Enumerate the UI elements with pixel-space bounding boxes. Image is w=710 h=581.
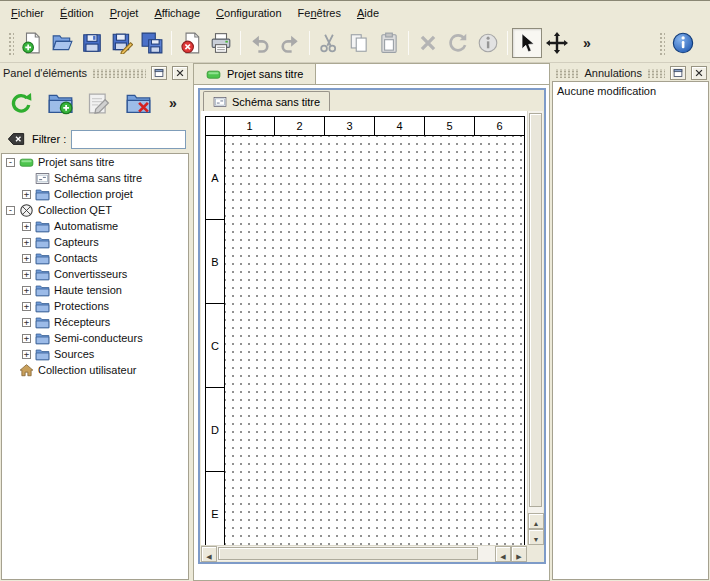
folder-icon — [35, 331, 50, 346]
tree-item-collection-qet[interactable]: -Collection QET — [2, 202, 188, 218]
expand-icon[interactable]: + — [22, 270, 31, 279]
save-all-button[interactable] — [137, 28, 167, 58]
expand-icon[interactable]: + — [22, 238, 31, 247]
schema-canvas[interactable]: 123456 ABCDE — [201, 111, 527, 545]
scroll-down-button[interactable]: ▼ — [528, 529, 544, 545]
toolbar-drag-handle[interactable] — [7, 31, 14, 55]
diagram-column-headers: 123456 — [225, 117, 524, 136]
tree-item-collection-projet[interactable]: +Collection projet — [2, 186, 188, 202]
elements-panel-title: Panel d'éléments — [3, 67, 87, 79]
rotate-selection-button[interactable] — [443, 28, 473, 58]
menu-fenetres[interactable]: Fenêtres — [290, 3, 349, 23]
pan-mode-button[interactable] — [542, 28, 572, 58]
menu-bar: FichierÉditionProjetAffichageConfigurati… — [0, 1, 710, 24]
tree-item-haute-tension[interactable]: +Haute tension — [2, 282, 188, 298]
menu-aide[interactable]: Aide — [349, 3, 387, 23]
collapse-icon[interactable]: - — [6, 206, 15, 215]
elements-panel-close-button[interactable] — [172, 66, 188, 80]
undo-list[interactable]: Aucune modification — [552, 81, 709, 580]
menu-configuration[interactable]: Configuration — [208, 3, 289, 23]
horizontal-scrollbar[interactable]: ◀ ◀ ▶ — [201, 545, 527, 561]
row-header: E — [206, 472, 225, 545]
elements-panel-float-button[interactable] — [151, 66, 167, 80]
tab-schema[interactable]: Schéma sans titre — [203, 91, 330, 111]
scroll-up-button[interactable]: ▲ — [528, 513, 544, 529]
tree-item-protections[interactable]: +Protections — [2, 298, 188, 314]
save-as-button[interactable] — [107, 28, 137, 58]
save-icon — [81, 32, 103, 54]
vertical-scrollbar-thumb[interactable] — [529, 113, 542, 507]
expand-icon[interactable]: + — [22, 350, 31, 359]
diagram-grid[interactable] — [225, 136, 524, 545]
tree-item-contacts[interactable]: +Contacts — [2, 250, 188, 266]
open-icon — [51, 32, 73, 54]
menu-fichier[interactable]: Fichier — [3, 3, 52, 23]
horizontal-scrollbar-thumb[interactable] — [218, 547, 478, 560]
undo-button[interactable] — [245, 28, 275, 58]
vertical-scrollbar[interactable]: ▲ ▼ — [527, 111, 543, 545]
open-project-button[interactable] — [47, 28, 77, 58]
expand-icon[interactable]: + — [22, 302, 31, 311]
tree-item-projet-sans-titre[interactable]: -Projet sans titre — [2, 154, 188, 170]
save-button[interactable] — [77, 28, 107, 58]
select-mode-button[interactable] — [512, 28, 542, 58]
tree-item-label: Haute tension — [54, 284, 122, 296]
tree-item-collection-utilisateur[interactable]: Collection utilisateur — [2, 362, 188, 378]
expand-icon[interactable]: + — [22, 222, 31, 231]
tree-item-semi-conducteurs[interactable]: +Semi-conducteurs — [2, 330, 188, 346]
cut-button[interactable] — [314, 28, 344, 58]
tree-item-recepteurs[interactable]: +Récepteurs — [2, 314, 188, 330]
conductor-properties-button[interactable] — [473, 28, 503, 58]
scroll-right-button[interactable]: ▶ — [511, 546, 527, 562]
expand-icon[interactable]: + — [22, 286, 31, 295]
row-header: B — [206, 220, 225, 304]
undo-panel-grip[interactable] — [555, 69, 580, 78]
close-file-button[interactable] — [176, 28, 206, 58]
undo-panel-close-button[interactable] — [691, 66, 707, 80]
tree-item-capteurs[interactable]: +Capteurs — [2, 234, 188, 250]
paste-button[interactable] — [374, 28, 404, 58]
save-as-icon — [111, 32, 133, 54]
copy-button[interactable] — [344, 28, 374, 58]
column-header: 6 — [475, 117, 524, 136]
reload-collections-button[interactable] — [5, 87, 37, 119]
tree-item-schema-sans-titre[interactable]: Schéma sans titre — [2, 170, 188, 186]
tree-item-label: Collection projet — [54, 188, 133, 200]
expand-icon[interactable]: + — [22, 318, 31, 327]
about-qet-button[interactable] — [668, 28, 698, 58]
new-document-button[interactable] — [17, 28, 47, 58]
elements-panel-grip[interactable] — [92, 69, 146, 78]
folder-icon — [35, 187, 50, 202]
row-header: C — [206, 304, 225, 388]
scrollbar-corner — [527, 545, 543, 561]
menu-projet[interactable]: Projet — [102, 3, 147, 23]
new-element-button[interactable] — [44, 87, 76, 119]
expand-icon[interactable]: + — [22, 334, 31, 343]
toolbar-drag-handle-2[interactable] — [658, 31, 665, 55]
float-icon — [153, 67, 165, 79]
scroll-left-button[interactable]: ◀ — [201, 546, 217, 562]
panel-overflow-button[interactable]: » — [164, 91, 182, 115]
tree-item-convertisseurs[interactable]: +Convertisseurs — [2, 266, 188, 282]
edit-element-button[interactable] — [83, 87, 115, 119]
menu-affichage[interactable]: Affichage — [146, 3, 208, 23]
delete-selection-button[interactable] — [413, 28, 443, 58]
clear-filter-button[interactable] — [5, 128, 27, 150]
redo-button[interactable] — [275, 28, 305, 58]
toolbar-overflow-button[interactable]: » — [572, 28, 602, 58]
toolbar-separator — [408, 31, 409, 55]
expand-icon[interactable]: + — [22, 190, 31, 199]
undo-panel-grip-2[interactable] — [647, 69, 665, 78]
scroll-left-button-2[interactable]: ◀ — [495, 546, 511, 562]
diagram-frame: 123456 ABCDE — [205, 116, 525, 545]
print-button[interactable] — [206, 28, 236, 58]
delete-element-button[interactable] — [122, 87, 154, 119]
filter-input[interactable] — [71, 130, 186, 149]
collapse-icon[interactable]: - — [6, 158, 15, 167]
expand-icon[interactable]: + — [22, 254, 31, 263]
tree-item-automatisme[interactable]: +Automatisme — [2, 218, 188, 234]
undo-panel-float-button[interactable] — [670, 66, 686, 80]
menu-edition[interactable]: Édition — [52, 3, 102, 23]
tree-item-sources[interactable]: +Sources — [2, 346, 188, 362]
tab-project[interactable]: Projet sans titre — [194, 64, 316, 84]
